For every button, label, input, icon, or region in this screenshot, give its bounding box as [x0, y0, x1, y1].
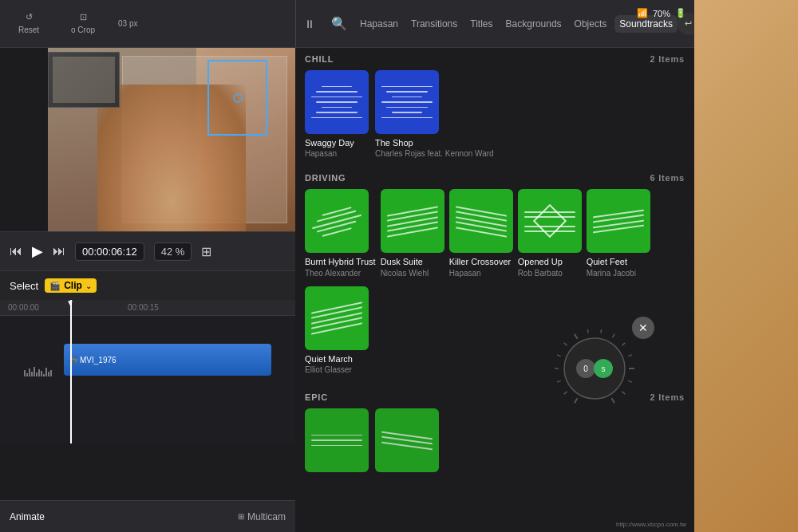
the-shop-artist: Charles Rojas feat. Kennon Ward	[375, 148, 494, 159]
svg-line-14	[622, 392, 625, 394]
svg-text:s: s	[602, 365, 606, 373]
soundtrack-killer-crossover[interactable]: Killer Crossover Hapasan	[449, 189, 513, 278]
quiet-feet-artist: Marina Jacobi	[587, 268, 650, 278]
the-shop-title: The Shop	[375, 137, 494, 148]
the-shop-thumb	[375, 70, 439, 134]
quiet-march-thumb	[305, 286, 369, 350]
soundtrack-burnt-hybrid[interactable]: Burnt Hybrid Trust Theo Alexander	[305, 189, 376, 278]
burnt-hybrid-thumb	[305, 189, 369, 253]
timeline-clip[interactable]: 📹 MVI_1976	[64, 344, 271, 376]
svg-line-7	[587, 329, 588, 333]
table-background	[694, 0, 798, 532]
pause-button[interactable]: ⏸	[296, 18, 323, 30]
soundtrack-quiet-march[interactable]: Quiet March Elliot Glasser	[305, 286, 369, 375]
driving-count: 6 Items	[650, 173, 685, 183]
volume-dial-overlay: ✕	[551, 325, 646, 420]
dusk-suite-artist: Nicolas Wiehl	[381, 268, 444, 278]
ipad-screen: ↺ Reset ⊡ o Crop 03 px ⏸ 🔍 Hapasan Trans…	[0, 0, 694, 532]
px-label: 03 px	[118, 19, 137, 29]
skip-forward-button[interactable]: ⏭	[53, 244, 65, 258]
quiet-march-title: Quiet March	[305, 353, 369, 365]
volume-dial[interactable]: 0 s	[551, 325, 638, 412]
status-bar: 📶 70% 🔋	[637, 8, 686, 18]
chill-grid: Swaggy Day Hapasan	[295, 67, 694, 167]
bottom-bar: Animate ⊞ Multicam	[0, 500, 295, 532]
dusk-suite-thumb	[381, 189, 444, 253]
ruler-mark-start: 00:00:00	[8, 303, 39, 312]
watermark: http://www.xbcpo.com.tw	[616, 521, 686, 528]
epic-item-1[interactable]	[305, 408, 369, 475]
soundtrack-dusk-suite[interactable]: Dusk Suite Nicolas Wiehl	[381, 189, 444, 278]
dial-close-button[interactable]: ✕	[632, 317, 654, 339]
crop-label: o Crop	[61, 26, 105, 35]
svg-line-1	[564, 392, 567, 394]
battery-icon: 🔋	[675, 8, 686, 18]
chill-header: CHILL 2 Items	[295, 48, 694, 67]
svg-line-4	[557, 355, 561, 357]
tab-transitions[interactable]: Transitions	[406, 15, 462, 33]
right-toolbar: ⏸ 🔍 Hapasan Transitions Titles Backgroun…	[295, 0, 694, 48]
svg-line-11	[628, 355, 632, 357]
multicam-label: Multicam	[247, 511, 286, 522]
soundtrack-the-shop[interactable]: The Shop Charles Rojas feat. Kennon Ward	[375, 70, 494, 159]
fit-button[interactable]: ⊞	[201, 244, 211, 259]
dusk-suite-title: Dusk Suite	[381, 256, 444, 267]
opened-up-artist: Rob Barbato	[518, 268, 582, 278]
svg-line-0	[575, 398, 578, 403]
svg-line-2	[557, 380, 561, 382]
epic-thumb-1	[305, 408, 369, 472]
media-browser: CHILL 2 Items	[295, 48, 694, 532]
soundtrack-opened-up[interactable]: Opened Up Rob Barbato	[518, 189, 582, 278]
select-bar: Select 🎬 Clip ⌄	[0, 271, 295, 300]
battery-level: 70%	[653, 9, 670, 18]
epic-item-2[interactable]	[375, 408, 439, 475]
animate-label: Animate	[10, 511, 45, 522]
timeline-track: 📹 MVI_1976	[0, 340, 295, 380]
transport-controls: ⏮ ▶ ⏭ 00:00:06:12 42 % ⊞	[0, 231, 295, 271]
driving-header: DRIVING 6 Items	[295, 167, 694, 186]
killer-crossover-title: Killer Crossover	[449, 256, 513, 267]
timecode-display: 00:00:06:12	[75, 242, 144, 261]
chill-label: CHILL	[305, 54, 334, 64]
svg-line-6	[575, 334, 578, 339]
chill-count: 2 Items	[650, 54, 685, 64]
swaggy-day-thumb	[305, 70, 369, 134]
reset-label: Reset	[10, 26, 48, 35]
animate-tab[interactable]: Animate	[10, 511, 45, 522]
search-button[interactable]: 🔍	[323, 16, 355, 31]
tab-objects[interactable]: Objects	[570, 15, 612, 33]
opened-up-thumb	[518, 189, 582, 253]
tab-backgrounds[interactable]: Backgrounds	[501, 15, 567, 33]
play-button[interactable]: ▶	[32, 242, 43, 260]
epic-label: EPIC	[305, 392, 328, 402]
quiet-feet-thumb	[587, 189, 650, 253]
multicam-tab[interactable]: ⊞ Multicam	[238, 511, 286, 522]
svg-line-10	[622, 343, 625, 345]
ruler-mark-15: 00:00:15	[128, 303, 159, 312]
epic-thumb-2	[375, 408, 439, 472]
tab-navigation: Hapasan Transitions Titles Backgrounds O…	[355, 15, 678, 33]
svg-line-8	[601, 329, 602, 333]
chill-section: CHILL 2 Items	[295, 48, 694, 167]
svg-line-9	[613, 334, 615, 337]
svg-line-13	[628, 380, 632, 382]
swaggy-day-artist: Hapasan	[305, 148, 369, 159]
timeline-playhead	[70, 300, 72, 443]
tab-titles[interactable]: Titles	[465, 15, 497, 33]
burnt-hybrid-title: Burnt Hybrid Trust	[305, 256, 376, 267]
quiet-march-artist: Elliot Glasser	[305, 365, 369, 375]
crop-button[interactable]: ⊡	[61, 12, 105, 22]
reset-button[interactable]: ↺	[10, 12, 48, 22]
skip-back-button[interactable]: ⏮	[10, 244, 22, 258]
select-label: Select	[10, 280, 38, 292]
soundtrack-swaggy-day[interactable]: Swaggy Day Hapasan	[305, 70, 369, 159]
clip-selector[interactable]: 🎬 Clip ⌄	[45, 278, 97, 293]
mini-thumbnail	[48, 52, 120, 108]
epic-count: 2 Items	[650, 392, 685, 402]
browser-scroll[interactable]: CHILL 2 Items	[295, 48, 694, 532]
zoom-level-display: 42 %	[154, 242, 192, 261]
tab-effects[interactable]: Hapasan	[355, 15, 403, 33]
burnt-hybrid-artist: Theo Alexander	[305, 268, 376, 278]
killer-crossover-thumb	[449, 189, 513, 253]
soundtrack-quiet-feet[interactable]: Quiet Feet Marina Jacobi	[587, 189, 650, 278]
